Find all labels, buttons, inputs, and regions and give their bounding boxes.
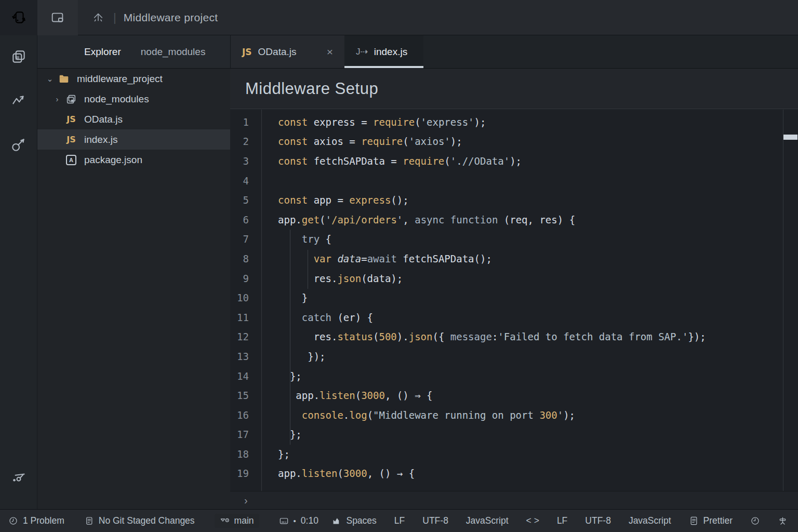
tab-index-js[interactable]: J⇢ index.js (344, 35, 423, 68)
tree-item-node-modules[interactable]: ›node_modules (37, 89, 230, 109)
code-line-9[interactable]: 9 res.json(data); (230, 269, 798, 288)
scrollbar-track[interactable] (783, 110, 798, 491)
statusbar-label: LF (394, 515, 405, 526)
indent-guide (308, 250, 308, 289)
statusbar-language-1[interactable]: JavaScript (466, 515, 509, 526)
code-line-19[interactable]: 19app.listen(3000, () → { (230, 464, 798, 484)
statusbar-git-branch[interactable]: main (215, 514, 259, 528)
statusbar-encoding-1[interactable]: UTF-8 (422, 515, 448, 526)
home-icon[interactable] (91, 11, 105, 24)
statusbar-problems[interactable]: 1 Problem (8, 515, 64, 526)
explorer-tab[interactable]: Explorer (84, 46, 121, 58)
code-line-16[interactable]: 16 console.log("Middleware running on po… (230, 405, 798, 425)
code-line-10[interactable]: 10 } (230, 288, 798, 308)
chevron-icon[interactable]: ⌄ (45, 74, 55, 84)
code-line-18[interactable]: 18}; (230, 444, 798, 464)
code-line-4[interactable]: 4 (230, 171, 798, 191)
tree-item-label: node_modules (84, 94, 149, 105)
line-number: 3 (230, 155, 259, 167)
line-number: 14 (230, 370, 259, 382)
chevron-icon[interactable]: › (52, 95, 62, 103)
code-line-17[interactable]: 17 }; (230, 425, 798, 445)
gutter-separator (261, 110, 262, 491)
code-line-15[interactable]: 15 app.listen(3000, () ⇒ { (230, 385, 798, 405)
tab-label: index.js (374, 46, 407, 58)
statusbar-label: Spaces (346, 515, 376, 526)
editor-heading: Middleware Setup (245, 79, 378, 98)
line-text: try { (259, 233, 331, 245)
statusbar-timer[interactable]: •0:10 (279, 515, 318, 526)
code-line-7[interactable]: 7 try { (230, 230, 798, 249)
statusbar-label: UTF-8 (585, 515, 611, 526)
line-number: 13 (230, 351, 259, 362)
statusbar-ports[interactable] (778, 516, 788, 526)
chart-icon (331, 516, 341, 526)
package-icon: A (64, 154, 78, 166)
statusbar-clock-indicator[interactable] (750, 516, 760, 526)
folders-icon (64, 94, 78, 105)
line-text: const axios = require('axios'); (259, 136, 462, 147)
line-number: 10 (230, 292, 259, 303)
node-modules-tab[interactable]: node_modules (141, 46, 206, 58)
code-line-3[interactable]: 3const fetchSAPData = require('.//OData'… (230, 151, 798, 171)
pages-icon[interactable] (0, 35, 37, 79)
statusbar-encoding-2[interactable]: UTF-8 (585, 515, 611, 526)
code-line-14[interactable]: 14 }; (230, 366, 798, 386)
debug-icon[interactable] (0, 123, 37, 166)
tree-item-package-json[interactable]: Apackage.json (37, 150, 230, 170)
line-number: 11 (230, 312, 259, 323)
code-line-5[interactable]: 5const app = express(); (230, 190, 798, 210)
chevron-right-icon[interactable]: › (244, 495, 248, 507)
statusbar-eol-1[interactable]: LF (394, 515, 405, 526)
line-text: } (259, 292, 308, 303)
sidebar-toggle-icon[interactable] (37, 0, 78, 35)
status-bar: 1 ProblemNo Git Staged Changesmain•0:10 … (0, 509, 798, 532)
app-logo-icon[interactable] (0, 0, 37, 35)
tab-odata-js[interactable]: JS OData.js × (230, 35, 344, 68)
report-icon (84, 516, 94, 526)
code-line-12[interactable]: 12 res.status(500).json({ message:'Faile… (230, 327, 798, 347)
statusbar-code-brackets[interactable]: < > (526, 515, 539, 526)
pulse-icon[interactable] (0, 79, 37, 123)
tree-item-odata-js[interactable]: JSOData.js (37, 109, 230, 129)
topbar: | Middleware project (37, 0, 798, 35)
close-icon[interactable]: × (327, 46, 333, 58)
line-number: 4 (230, 175, 259, 187)
editor-pane: Middleware Setup 1const express = requir… (230, 69, 798, 509)
code-line-2[interactable]: 2const axios = require('axios'); (230, 132, 798, 152)
branch-icon (220, 516, 230, 526)
statusbar-label: < > (526, 515, 539, 526)
line-number: 12 (230, 331, 259, 342)
tree-item-middleware-project[interactable]: ⌄middleware_project (37, 69, 230, 89)
panel-header: Explorer node_modules (37, 35, 230, 68)
statusbar-formatter[interactable]: Prettier (689, 515, 733, 526)
code-line-1[interactable]: 1const express = require('express'); (230, 112, 798, 132)
statusbar-label: LF (557, 515, 567, 526)
line-text: console.log("Middleware running on port … (259, 409, 575, 421)
plug-icon (778, 516, 788, 526)
statusbar-eol-2[interactable]: LF (557, 515, 567, 526)
activity-bar (0, 0, 37, 509)
statusbar-label: JavaScript (466, 515, 509, 526)
editor-header: Middleware Setup (230, 69, 798, 109)
line-number: 1 (230, 116, 259, 128)
statusbar-label: 0:10 (301, 515, 318, 526)
statusbar-label: UTF-8 (422, 515, 448, 526)
line-text: catch (er) { (259, 312, 373, 323)
code-line-11[interactable]: 11 catch (er) { (230, 308, 798, 327)
statusbar-language-2[interactable]: JavaScript (629, 515, 671, 526)
code-line-6[interactable]: 6app.get('/api/orders', async function (… (230, 210, 798, 230)
line-text: res.status(500).json({ message:'Failed t… (259, 331, 706, 342)
line-number: 19 (230, 468, 259, 479)
tree-item-label: OData.js (84, 114, 123, 125)
statusbar-indentation[interactable]: Spaces (331, 515, 376, 526)
scrollbar-thumb[interactable] (783, 135, 797, 140)
code-line-13[interactable]: 13 }); (230, 347, 798, 366)
commit-graph-icon[interactable] (0, 456, 37, 500)
code-line-8[interactable]: 8 var data=await fetchSAPData(); (230, 249, 798, 269)
line-text: const app = express(); (259, 194, 409, 206)
statusbar-git-status[interactable]: No Git Staged Changes (84, 515, 195, 526)
tree-item-index-js[interactable]: JSindex.js (37, 129, 230, 150)
line-number: 5 (230, 194, 259, 206)
code-area[interactable]: 1const express = require('express');2con… (230, 110, 798, 491)
